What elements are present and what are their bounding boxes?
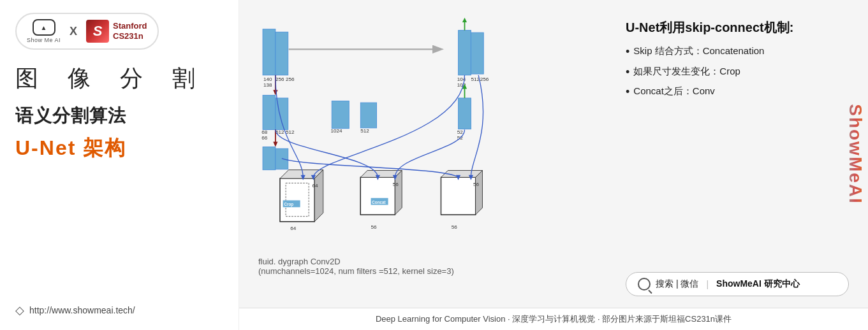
subtitle: 语义分割算法: [15, 104, 223, 128]
logo-bar: Show Me AI X S Stanford CS231n: [15, 13, 159, 50]
svg-text:Concat: Concat: [372, 200, 386, 204]
svg-text:64: 64: [290, 226, 297, 231]
svg-rect-8: [263, 95, 276, 129]
showme-label: Show Me AI: [27, 37, 61, 43]
page-container: Show Me AI X S Stanford CS231n 图 像 分 割 语…: [0, 0, 868, 330]
diagram-left: 140 138 256 256 68 66 512 512: [246, 6, 619, 308]
svg-text:256: 256: [286, 76, 295, 82]
footer-text: Deep Learning for Computer Vision · 深度学习…: [376, 314, 732, 324]
svg-rect-47: [360, 177, 395, 215]
search-text: 搜索 | 微信: [656, 278, 698, 290]
svg-text:52: 52: [457, 129, 464, 135]
svg-text:1024: 1024: [330, 128, 342, 134]
bullet-2-dot: •: [626, 66, 629, 80]
svg-text:138: 138: [263, 82, 272, 88]
search-bar[interactable]: 搜索 | 微信 | ShowMeAI 研究中心: [626, 272, 849, 296]
stanford-text-block: Stanford CS231n: [113, 21, 147, 41]
svg-rect-0: [263, 29, 276, 75]
stanford-name: Stanford: [113, 21, 147, 31]
search-brand: ShowMeAI 研究中心: [716, 278, 800, 290]
svg-text:256: 256: [276, 76, 284, 82]
unet-label: U-Net 架构: [15, 134, 223, 162]
footer-bar: Deep Learning for Computer Vision · 深度学习…: [239, 308, 868, 330]
stanford-course: CS231n: [113, 31, 143, 41]
stanford-logo-wrap: S Stanford CS231n: [86, 20, 147, 43]
website-url: http://www.showmeai.tech/: [29, 305, 135, 315]
svg-rect-37: [280, 178, 314, 222]
svg-marker-39: [314, 170, 323, 222]
title-section: 图 像 分 割 语义分割算法 U-Net 架构: [15, 64, 223, 162]
svg-rect-56: [441, 177, 476, 215]
search-icon: [638, 278, 651, 291]
diagram-area: 140 138 256 256 68 66 512 512: [239, 0, 868, 308]
left-panel: Show Me AI X S Stanford CS231n 图 像 分 割 语…: [0, 0, 239, 330]
unet-diagram: 140 138 256 256 68 66 512 512: [246, 6, 619, 236]
website-link[interactable]: ◇ http://www.showmeai.tech/: [15, 303, 223, 317]
info-panel: U-Net利用skip-connect机制: • Skip 结合方式：Conca…: [619, 6, 862, 308]
bullet-3-text: Concat之后：Conv: [633, 85, 715, 97]
svg-text:68: 68: [261, 129, 268, 135]
svg-text:56: 56: [393, 182, 399, 187]
svg-rect-17: [276, 148, 288, 169]
bullet-1-dot: •: [626, 45, 629, 59]
logo-separator: X: [70, 25, 77, 38]
bullet-2-text: 如果尺寸发生变化：Crop: [633, 66, 740, 78]
unet-info-title: U-Net利用skip-connect机制:: [626, 19, 849, 36]
caption-line2: (numchannels=1024, num filters =512, ker…: [258, 266, 454, 276]
svg-text:56: 56: [452, 224, 458, 230]
svg-marker-7: [273, 90, 277, 95]
svg-rect-16: [263, 147, 276, 170]
svg-marker-58: [476, 171, 483, 215]
svg-marker-15: [273, 141, 277, 147]
svg-text:512: 512: [286, 129, 295, 135]
list-item-2: • 如果尺寸发生变化：Crop: [626, 66, 849, 80]
main-title: 图 像 分 割: [15, 64, 223, 94]
svg-rect-31: [459, 98, 471, 129]
svg-text:Crop: Crop: [284, 202, 293, 207]
svg-rect-1: [276, 32, 288, 75]
svg-rect-24: [471, 32, 483, 74]
bullet-1-text: Skip 结合方式：Concatenation: [633, 45, 764, 57]
list-item-3: • Concat之后：Conv: [626, 85, 849, 99]
bullet-list: • Skip 结合方式：Concatenation • 如果尺寸发生变化：Cro…: [626, 45, 849, 106]
svg-text:140: 140: [263, 76, 272, 82]
svg-marker-30: [462, 18, 467, 22]
svg-text:56: 56: [371, 224, 378, 230]
svg-text:64: 64: [313, 183, 319, 189]
caption-line1: fluid. dygraph Conv2D: [258, 257, 454, 266]
website-icon: ◇: [15, 303, 24, 317]
showme-icon: [33, 19, 55, 36]
bullet-3-dot: •: [626, 85, 629, 99]
svg-rect-19: [332, 101, 349, 128]
svg-text:512: 512: [360, 128, 369, 134]
svg-rect-21: [360, 103, 376, 128]
svg-text:56: 56: [473, 182, 480, 187]
svg-rect-23: [459, 31, 471, 75]
stanford-s-icon: S: [86, 20, 109, 43]
svg-text:256: 256: [480, 76, 489, 82]
showme-logo: Show Me AI: [27, 19, 61, 43]
list-item-1: • Skip 结合方式：Concatenation: [626, 45, 849, 59]
right-panel: 140 138 256 256 68 66 512 512: [239, 0, 868, 330]
svg-text:66: 66: [261, 135, 268, 141]
diagram-caption: fluid. dygraph Conv2D (numchannels=1024,…: [258, 257, 454, 276]
